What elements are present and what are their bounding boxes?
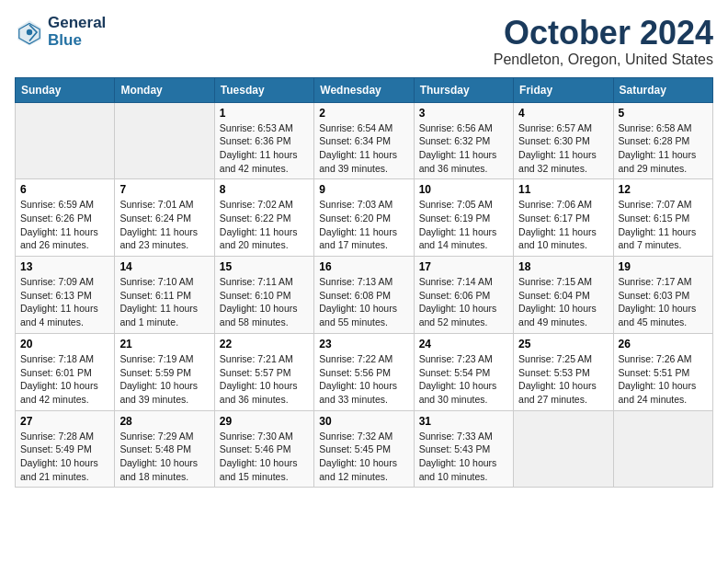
day-info: Sunrise: 7:29 AMSunset: 5:48 PMDaylight:…	[119, 430, 209, 484]
day-number: 18	[518, 260, 608, 273]
day-cell: 15Sunrise: 7:11 AMSunset: 6:10 PMDayligh…	[214, 257, 313, 334]
header-row: SundayMondayTuesdayWednesdayThursdayFrid…	[16, 77, 713, 102]
day-number: 28	[119, 415, 209, 428]
day-number: 4	[518, 107, 608, 120]
day-cell: 27Sunrise: 7:28 AMSunset: 5:49 PMDayligh…	[16, 410, 115, 488]
day-info: Sunrise: 7:03 AMSunset: 6:20 PMDaylight:…	[319, 198, 408, 252]
day-info: Sunrise: 7:10 AMSunset: 6:11 PMDaylight:…	[119, 275, 209, 329]
day-number: 2	[319, 107, 408, 120]
day-cell: 25Sunrise: 7:25 AMSunset: 5:53 PMDayligh…	[514, 333, 613, 410]
day-info: Sunrise: 7:02 AMSunset: 6:22 PMDaylight:…	[220, 198, 309, 252]
day-cell: 3Sunrise: 6:56 AMSunset: 6:32 PMDaylight…	[414, 102, 513, 179]
day-cell: 9Sunrise: 7:03 AMSunset: 6:20 PMDaylight…	[314, 179, 414, 257]
day-number: 26	[619, 338, 708, 350]
day-number: 24	[419, 338, 508, 350]
day-cell: 17Sunrise: 7:14 AMSunset: 6:06 PMDayligh…	[414, 257, 513, 334]
day-info: Sunrise: 7:18 AMSunset: 6:01 PMDaylight:…	[20, 352, 109, 407]
day-cell: 8Sunrise: 7:02 AMSunset: 6:22 PMDaylight…	[214, 179, 313, 257]
day-cell: 30Sunrise: 7:32 AMSunset: 5:45 PMDayligh…	[314, 410, 414, 488]
day-info: Sunrise: 7:25 AMSunset: 5:53 PMDaylight:…	[518, 352, 608, 407]
day-cell: 26Sunrise: 7:26 AMSunset: 5:51 PMDayligh…	[613, 333, 712, 410]
day-number: 22	[220, 338, 309, 350]
day-cell: 13Sunrise: 7:09 AMSunset: 6:13 PMDayligh…	[16, 257, 115, 334]
header-cell-sunday: Sunday	[16, 77, 115, 102]
calendar-header: SundayMondayTuesdayWednesdayThursdayFrid…	[16, 77, 713, 102]
day-cell: 20Sunrise: 7:18 AMSunset: 6:01 PMDayligh…	[16, 333, 115, 410]
day-info: Sunrise: 7:09 AMSunset: 6:13 PMDaylight:…	[20, 275, 109, 329]
day-cell: 4Sunrise: 6:57 AMSunset: 6:30 PMDaylight…	[514, 102, 613, 179]
day-number: 20	[20, 338, 109, 350]
day-number: 10	[419, 183, 508, 196]
day-info: Sunrise: 7:26 AMSunset: 5:51 PMDaylight:…	[619, 352, 708, 407]
day-number: 16	[319, 260, 408, 273]
week-row-1: 1Sunrise: 6:53 AMSunset: 6:36 PMDaylight…	[16, 102, 713, 179]
day-cell: 12Sunrise: 7:07 AMSunset: 6:15 PMDayligh…	[613, 179, 712, 257]
day-info: Sunrise: 6:53 AMSunset: 6:36 PMDaylight:…	[220, 121, 309, 176]
day-info: Sunrise: 7:33 AMSunset: 5:43 PMDaylight:…	[419, 430, 508, 484]
day-info: Sunrise: 7:32 AMSunset: 5:45 PMDaylight:…	[319, 430, 408, 484]
day-number: 31	[419, 415, 508, 428]
day-info: Sunrise: 7:01 AMSunset: 6:24 PMDaylight:…	[119, 198, 209, 252]
day-info: Sunrise: 6:54 AMSunset: 6:34 PMDaylight:…	[319, 121, 408, 176]
header-cell-wednesday: Wednesday	[314, 77, 414, 102]
title-block: October 2024 Pendleton, Oregon, United S…	[494, 15, 713, 68]
day-cell: 7Sunrise: 7:01 AMSunset: 6:24 PMDaylight…	[115, 179, 214, 257]
week-row-5: 27Sunrise: 7:28 AMSunset: 5:49 PMDayligh…	[16, 410, 713, 488]
day-info: Sunrise: 6:57 AMSunset: 6:30 PMDaylight:…	[518, 121, 608, 176]
day-number: 8	[220, 183, 309, 196]
calendar-subtitle: Pendleton, Oregon, United States	[494, 52, 713, 68]
day-number: 12	[619, 183, 708, 196]
day-number: 7	[119, 183, 209, 196]
logo-line1: General	[48, 15, 106, 32]
day-cell: 28Sunrise: 7:29 AMSunset: 5:48 PMDayligh…	[115, 410, 214, 488]
day-info: Sunrise: 7:13 AMSunset: 6:08 PMDaylight:…	[319, 275, 408, 329]
day-number: 29	[220, 415, 309, 428]
day-cell: 1Sunrise: 6:53 AMSunset: 6:36 PMDaylight…	[214, 102, 313, 179]
day-cell: 10Sunrise: 7:05 AMSunset: 6:19 PMDayligh…	[414, 179, 513, 257]
day-number: 23	[319, 338, 408, 350]
day-number: 21	[119, 338, 209, 350]
day-number: 17	[419, 260, 508, 273]
header-cell-saturday: Saturday	[613, 77, 712, 102]
day-info: Sunrise: 7:28 AMSunset: 5:49 PMDaylight:…	[20, 430, 109, 484]
header-cell-thursday: Thursday	[414, 77, 513, 102]
day-cell: 2Sunrise: 6:54 AMSunset: 6:34 PMDaylight…	[314, 102, 414, 179]
calendar-title: October 2024	[494, 15, 713, 52]
header-cell-monday: Monday	[115, 77, 214, 102]
header-cell-tuesday: Tuesday	[214, 77, 313, 102]
day-cell	[514, 410, 613, 488]
day-number: 13	[20, 260, 109, 273]
calendar-body: 1Sunrise: 6:53 AMSunset: 6:36 PMDaylight…	[16, 102, 713, 488]
day-info: Sunrise: 6:59 AMSunset: 6:26 PMDaylight:…	[20, 198, 109, 252]
page-header: General Blue October 2024 Pendleton, Ore…	[15, 15, 713, 68]
day-cell: 23Sunrise: 7:22 AMSunset: 5:56 PMDayligh…	[314, 333, 414, 410]
day-cell: 31Sunrise: 7:33 AMSunset: 5:43 PMDayligh…	[414, 410, 513, 488]
day-info: Sunrise: 7:22 AMSunset: 5:56 PMDaylight:…	[319, 352, 408, 407]
day-cell: 19Sunrise: 7:17 AMSunset: 6:03 PMDayligh…	[613, 257, 712, 334]
day-cell	[115, 102, 214, 179]
day-number: 14	[119, 260, 209, 273]
week-row-4: 20Sunrise: 7:18 AMSunset: 6:01 PMDayligh…	[16, 333, 713, 410]
day-number: 27	[20, 415, 109, 428]
day-cell	[16, 102, 115, 179]
logo: General Blue	[15, 15, 106, 49]
header-cell-friday: Friday	[514, 77, 613, 102]
day-info: Sunrise: 7:14 AMSunset: 6:06 PMDaylight:…	[419, 275, 508, 329]
day-cell: 16Sunrise: 7:13 AMSunset: 6:08 PMDayligh…	[314, 257, 414, 334]
day-cell: 21Sunrise: 7:19 AMSunset: 5:59 PMDayligh…	[115, 333, 214, 410]
day-info: Sunrise: 7:23 AMSunset: 5:54 PMDaylight:…	[419, 352, 508, 407]
day-number: 9	[319, 183, 408, 196]
svg-point-2	[27, 29, 32, 34]
day-info: Sunrise: 7:17 AMSunset: 6:03 PMDaylight:…	[619, 275, 708, 329]
week-row-2: 6Sunrise: 6:59 AMSunset: 6:26 PMDaylight…	[16, 179, 713, 257]
day-info: Sunrise: 6:58 AMSunset: 6:28 PMDaylight:…	[619, 121, 708, 176]
day-number: 25	[518, 338, 608, 350]
day-info: Sunrise: 7:07 AMSunset: 6:15 PMDaylight:…	[619, 198, 708, 252]
day-info: Sunrise: 7:05 AMSunset: 6:19 PMDaylight:…	[419, 198, 508, 252]
day-info: Sunrise: 7:30 AMSunset: 5:46 PMDaylight:…	[220, 430, 309, 484]
logo-line2: Blue	[48, 32, 106, 50]
day-number: 5	[619, 107, 708, 120]
logo-icon	[15, 17, 44, 47]
day-cell	[613, 410, 712, 488]
day-cell: 18Sunrise: 7:15 AMSunset: 6:04 PMDayligh…	[514, 257, 613, 334]
